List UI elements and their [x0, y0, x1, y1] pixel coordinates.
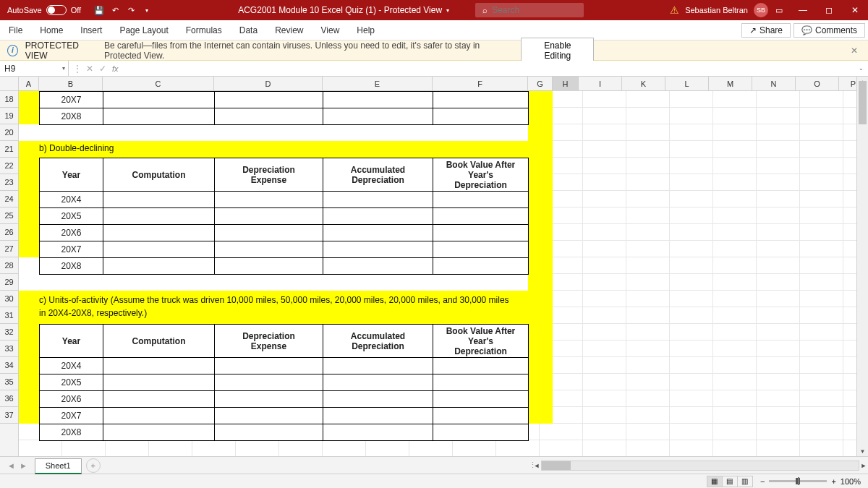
row-header[interactable]: 28: [0, 257, 18, 274]
cell[interactable]: 20X5: [40, 374, 103, 391]
tab-home[interactable]: Home: [31, 20, 72, 40]
comments-button[interactable]: 💬Comments: [793, 23, 865, 38]
column-header[interactable]: F: [433, 77, 528, 91]
cell[interactable]: [215, 374, 323, 391]
formula-input[interactable]: [119, 61, 854, 76]
cell[interactable]: [215, 358, 323, 374]
row-header[interactable]: 35: [0, 374, 18, 390]
cell[interactable]: [433, 192, 529, 208]
row-header[interactable]: 24: [0, 191, 18, 207]
zoom-level[interactable]: 100%: [841, 477, 861, 486]
cell[interactable]: [433, 92, 529, 108]
column-header[interactable]: A: [19, 77, 39, 91]
row-header[interactable]: 37: [0, 407, 18, 424]
ribbon-display-icon[interactable]: ▭: [774, 6, 784, 15]
cancel-icon[interactable]: ✕: [86, 64, 93, 74]
row-header[interactable]: 26: [0, 224, 18, 241]
scrollbar-thumb[interactable]: [542, 461, 571, 470]
scrollbar-thumb[interactable]: [859, 81, 867, 124]
cell[interactable]: [103, 208, 215, 225]
cell[interactable]: [103, 374, 215, 391]
cell[interactable]: 20X7: [40, 92, 103, 108]
cell[interactable]: [215, 192, 323, 208]
cell[interactable]: [323, 241, 433, 258]
cell[interactable]: [433, 225, 529, 241]
cell[interactable]: [433, 258, 529, 275]
cell[interactable]: [103, 241, 215, 258]
column-header[interactable]: M: [709, 77, 752, 91]
cell[interactable]: 20X4: [40, 192, 103, 208]
minimize-button[interactable]: —: [790, 0, 816, 20]
cell[interactable]: [323, 92, 433, 108]
tab-page-layout[interactable]: Page Layout: [111, 20, 176, 40]
cell[interactable]: [323, 258, 433, 275]
tab-formulas[interactable]: Formulas: [177, 20, 231, 40]
table-double-declining-body[interactable]: Year Computation DepreciationExpense Acc…: [39, 158, 529, 275]
cell[interactable]: [215, 408, 323, 424]
cell[interactable]: [433, 374, 529, 391]
cell[interactable]: [433, 108, 529, 125]
cell[interactable]: [215, 225, 323, 241]
prev-sheet-icon[interactable]: ◄: [7, 461, 15, 470]
cell[interactable]: [215, 108, 323, 125]
column-header[interactable]: E: [323, 77, 433, 91]
row-header[interactable]: 30: [0, 291, 18, 307]
cell[interactable]: [215, 92, 323, 108]
row-header[interactable]: 21: [0, 141, 18, 158]
cell[interactable]: [323, 358, 433, 374]
column-headers[interactable]: ABCDEFGHIKLMNOP: [19, 77, 868, 91]
scroll-right-icon[interactable]: ►: [859, 461, 868, 470]
cell[interactable]: [433, 241, 529, 258]
cell[interactable]: [323, 408, 433, 424]
cell[interactable]: [103, 108, 215, 125]
cell[interactable]: 20X6: [40, 225, 103, 241]
row-header[interactable]: 31: [0, 307, 18, 324]
add-sheet-button[interactable]: +: [86, 458, 101, 473]
horizontal-scrollbar[interactable]: ◄ ►: [541, 461, 859, 471]
save-icon[interactable]: 💾: [94, 6, 104, 15]
redo-icon[interactable]: ↷: [126, 6, 136, 15]
tab-help[interactable]: Help: [348, 20, 383, 40]
spreadsheet-grid[interactable]: 18 19 20 21 22 23 24 25 26 27 28 29 30 3…: [0, 77, 868, 456]
row-header[interactable]: 20: [0, 124, 18, 141]
cell[interactable]: [323, 374, 433, 391]
name-box[interactable]: H9 ▾: [0, 61, 69, 76]
cell[interactable]: 20X4: [40, 358, 103, 374]
cell[interactable]: [433, 424, 529, 441]
column-header[interactable]: C: [103, 77, 214, 91]
cell[interactable]: [433, 208, 529, 225]
chevron-down-icon[interactable]: ▾: [62, 65, 65, 72]
cell[interactable]: [323, 225, 433, 241]
cell[interactable]: [215, 208, 323, 225]
tab-data[interactable]: Data: [231, 20, 266, 40]
cell[interactable]: [103, 358, 215, 374]
cell[interactable]: 20X8: [40, 258, 103, 275]
column-header[interactable]: K: [622, 77, 665, 91]
column-header[interactable]: O: [796, 77, 839, 91]
cell[interactable]: [433, 408, 529, 424]
tab-review[interactable]: Review: [266, 20, 312, 40]
tab-view[interactable]: View: [312, 20, 349, 40]
cell[interactable]: [323, 208, 433, 225]
row-headers[interactable]: 18 19 20 21 22 23 24 25 26 27 28 29 30 3…: [0, 77, 19, 456]
row-header[interactable]: 29: [0, 274, 18, 291]
column-header[interactable]: D: [214, 77, 323, 91]
cell[interactable]: [323, 192, 433, 208]
grid-cells[interactable]: [19, 124, 528, 141]
column-header[interactable]: I: [579, 77, 622, 91]
chevron-down-icon[interactable]: ▾: [446, 7, 449, 14]
cell[interactable]: 20X7: [40, 241, 103, 258]
undo-icon[interactable]: ↶: [110, 6, 120, 15]
cell[interactable]: 20X6: [40, 391, 103, 408]
maximize-button[interactable]: ◻: [816, 0, 842, 20]
cell[interactable]: [215, 391, 323, 408]
avatar[interactable]: SB: [754, 3, 768, 17]
enable-editing-button[interactable]: Enable Editing: [521, 38, 594, 64]
sheet-tab[interactable]: Sheet1: [35, 458, 82, 474]
next-sheet-icon[interactable]: ►: [20, 461, 27, 470]
zoom-out-button[interactable]: −: [760, 477, 765, 486]
page-layout-view-button[interactable]: ▤: [722, 476, 738, 487]
cell[interactable]: [433, 358, 529, 374]
cell[interactable]: 20X5: [40, 208, 103, 225]
toggle-icon[interactable]: [46, 5, 67, 15]
